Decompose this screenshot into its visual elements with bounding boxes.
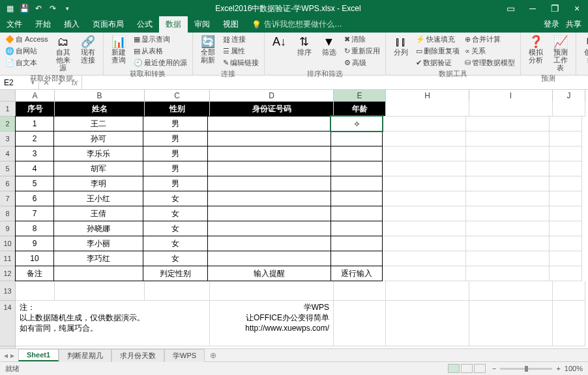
cell[interactable] (383, 117, 466, 132)
cell[interactable]: 逐行输入 (331, 266, 383, 281)
tab-review[interactable]: 审阅 (188, 16, 216, 33)
name-box[interactable]: E2▾ (0, 76, 39, 89)
from-text-button[interactable]: 📄自文本 (4, 57, 50, 68)
cell[interactable] (331, 146, 383, 161)
notes-right[interactable]: 学WPS 让OFFICE办公变得简单 http://www.xuewps.com… (210, 301, 334, 346)
cell[interactable] (466, 191, 550, 206)
cell[interactable]: 女 (143, 251, 208, 266)
cell[interactable]: 7 (15, 206, 54, 221)
flash-fill-button[interactable]: ⚡快速填充 (415, 34, 461, 45)
remove-dup-button[interactable]: ▭删除重复项 (415, 46, 461, 57)
cell[interactable] (207, 131, 331, 146)
minimize-button[interactable]: ─ (522, 3, 544, 14)
select-all-corner[interactable] (0, 90, 16, 102)
table-header[interactable]: 身份证号码 (210, 102, 334, 117)
cell[interactable]: 女 (143, 191, 208, 206)
undo-icon[interactable]: ↶ (34, 4, 43, 13)
ribbon-options-icon[interactable]: ▭ (499, 3, 522, 14)
cell[interactable] (469, 102, 553, 117)
sheet-tab-xuewps[interactable]: 学WPS (164, 349, 205, 362)
cell[interactable] (386, 281, 469, 301)
cell[interactable] (207, 146, 331, 161)
cell[interactable] (550, 146, 582, 161)
cell[interactable] (386, 102, 469, 117)
show-queries-button[interactable]: ▦显示查询 (132, 34, 188, 45)
col-header-H[interactable]: H (386, 90, 469, 102)
cell[interactable]: 女 (143, 236, 208, 251)
table-header[interactable]: 序号 (16, 102, 55, 117)
cell[interactable] (550, 176, 582, 191)
cell[interactable] (207, 176, 331, 191)
cell[interactable] (331, 221, 383, 236)
sort-button[interactable]: ⇅排序 (293, 34, 316, 57)
cell[interactable]: ✧ (331, 116, 383, 132)
cell[interactable]: 1 (15, 116, 54, 132)
enter-icon[interactable]: ✓ (53, 78, 68, 87)
tab-file[interactable]: 文件 (0, 16, 29, 33)
cell[interactable] (331, 236, 383, 251)
cell[interactable]: 孙晓娜 (53, 221, 143, 236)
cell[interactable] (466, 117, 550, 132)
cell[interactable] (16, 281, 55, 301)
cell[interactable]: 判定性别 (143, 266, 208, 281)
col-header-E[interactable]: E (334, 90, 386, 102)
login-button[interactable]: 登录 (544, 19, 559, 30)
tab-formulas[interactable]: 公式 (130, 16, 159, 33)
chevron-down-icon[interactable]: ▾ (31, 79, 35, 86)
tab-view[interactable]: 视图 (216, 16, 245, 33)
other-sources-button[interactable]: 🗂自其他来源 (52, 34, 74, 73)
cell[interactable] (553, 281, 585, 301)
cell[interactable]: 李乐乐 (53, 146, 143, 161)
cell[interactable] (466, 176, 550, 191)
cell[interactable]: 9 (15, 236, 54, 251)
row-header[interactable]: 14 (0, 301, 15, 346)
sheet-tab-sheet1[interactable]: Sheet1 (18, 349, 59, 361)
table-header[interactable]: 姓名 (55, 102, 145, 117)
cells-area[interactable]: 序号 姓名 性别 身份证号码 年龄 1王二男✧2孙可男3李乐乐男4胡军男5李明男… (16, 102, 588, 349)
cell[interactable] (331, 191, 383, 206)
row-header[interactable]: 5 (0, 161, 15, 176)
cell[interactable]: 男 (143, 146, 208, 161)
cell[interactable] (550, 161, 582, 176)
cell[interactable] (550, 206, 582, 221)
cell[interactable] (383, 146, 466, 161)
page-break-button[interactable] (474, 364, 486, 373)
zoom-in-button[interactable]: + (556, 365, 560, 372)
notes-left[interactable]: 注： 以上数据随机生成，仅供数据演示。 如有雷同，纯属巧合。 (16, 301, 210, 346)
cell[interactable] (466, 132, 550, 146)
share-button[interactable]: 共享 (566, 19, 581, 30)
row-header[interactable]: 3 (0, 132, 15, 146)
advanced-filter-button[interactable]: ⚙高级 (343, 57, 381, 68)
cell[interactable] (210, 281, 334, 301)
cell[interactable] (207, 221, 331, 236)
clear-filter-button[interactable]: ✖清除 (343, 34, 381, 45)
cell[interactable]: 李明 (53, 176, 143, 191)
cell[interactable] (331, 131, 383, 146)
normal-view-button[interactable] (448, 364, 460, 373)
cell[interactable] (334, 301, 386, 346)
from-access-button[interactable]: 🔶自 Access (4, 34, 50, 45)
zoom-level[interactable]: 100% (565, 365, 583, 372)
cell[interactable] (383, 206, 466, 221)
cell[interactable] (466, 251, 550, 266)
cell[interactable] (386, 301, 469, 346)
cell[interactable]: 男 (143, 131, 208, 146)
from-web-button[interactable]: 🌐自网站 (4, 46, 50, 57)
cell[interactable]: 女 (143, 221, 208, 236)
table-header[interactable]: 性别 (145, 102, 210, 117)
connections-button[interactable]: ⛓连接 (222, 34, 260, 45)
tab-insert[interactable]: 插入 (57, 16, 86, 33)
cell[interactable] (550, 132, 582, 146)
cell[interactable] (469, 281, 553, 301)
cell[interactable]: 女 (143, 206, 208, 221)
cell[interactable] (550, 251, 582, 266)
sheet-tab-weekday[interactable]: 判断星期几 (59, 349, 111, 362)
row-header[interactable]: 11 (0, 251, 15, 266)
cell[interactable] (207, 161, 331, 176)
tab-data[interactable]: 数据 (159, 16, 188, 33)
properties-button[interactable]: ☰属性 (222, 46, 260, 57)
consolidate-button[interactable]: ⊕合并计算 (463, 34, 516, 45)
sheet-next-icon[interactable]: ▸ (10, 351, 14, 360)
new-query-button[interactable]: 📊新建 查询 (108, 34, 130, 65)
cell[interactable] (466, 236, 550, 251)
